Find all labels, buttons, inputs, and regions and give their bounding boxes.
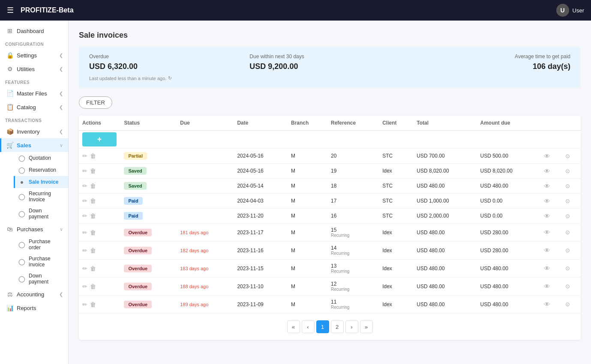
edit-icon[interactable]: ✏ [82, 283, 87, 290]
delete-icon[interactable]: 🗑 [90, 283, 96, 290]
overdue-label: Overdue [89, 54, 249, 60]
sidebar-item-reports[interactable]: 📊 Reports [0, 301, 68, 315]
row-dropdown-icon[interactable]: ⊙ [565, 229, 570, 236]
page-1[interactable]: 1 [316, 320, 329, 333]
edit-icon[interactable]: ✏ [82, 265, 87, 272]
view-icon[interactable]: 👁 [544, 182, 550, 190]
sidebar-item-sales[interactable]: 🛒 Sales ∨ [0, 138, 68, 152]
invoice-total: USD 480.00 [413, 179, 477, 194]
sidebar-item-down-payment-purchases[interactable]: ◯ Down payment [14, 270, 68, 287]
invoice-client: STC [379, 179, 413, 194]
delete-icon[interactable]: 🗑 [90, 247, 96, 254]
add-invoice-button[interactable]: + [82, 132, 117, 146]
row-dropdown-icon[interactable]: ⊙ [565, 153, 570, 159]
invoice-amount-due: USD 280.00 [477, 224, 540, 242]
delete-icon[interactable]: 🗑 [90, 265, 96, 272]
row-dropdown-icon[interactable]: ⊙ [565, 301, 570, 307]
sidebar-item-purchase-invoice[interactable]: ◯ Purchase invoice [14, 253, 68, 270]
view-icon[interactable]: 👁 [544, 301, 550, 308]
sidebar-item-recurring-invoice[interactable]: ◯ Recurring Invoice [14, 188, 68, 205]
invoice-branch: M [288, 179, 327, 194]
refresh-icon[interactable]: ↻ [168, 75, 172, 81]
invoice-client: Idex [379, 277, 413, 295]
sidebar-item-inventory[interactable]: 📦 Inventory ❮ [0, 125, 68, 138]
row-dropdown-icon[interactable]: ⊙ [565, 283, 570, 289]
summary-avg: Average time to get paid 106 day(s) [410, 54, 570, 71]
circle-icon6: ◯ [18, 258, 25, 265]
sidebar-item-sale-invoice[interactable]: ● Sale Invoice [14, 176, 68, 188]
sidebar-item-accounting[interactable]: ⚖ Accounting ❮ [0, 287, 68, 301]
delete-icon[interactable]: 🗑 [90, 212, 96, 219]
delete-icon[interactable]: 🗑 [90, 182, 96, 189]
menu-icon[interactable]: ☰ [7, 6, 14, 15]
sales-icon: 🛒 [6, 142, 13, 149]
sidebar-item-quotation[interactable]: ◯ Quotation [14, 152, 68, 164]
view-icon[interactable]: 👁 [544, 229, 550, 236]
circle-icon7: ◯ [18, 275, 25, 282]
delete-icon[interactable]: 🗑 [90, 167, 96, 174]
page-first[interactable]: « [287, 320, 300, 333]
invoice-total: USD 8,020.00 [413, 164, 477, 179]
main-content: Sale invoices Overdue USD 6,320.00 Last … [69, 21, 591, 364]
page-next[interactable]: › [345, 320, 358, 333]
row-dropdown-icon[interactable]: ⊙ [565, 213, 570, 219]
invoice-reference: 20 [327, 149, 379, 164]
page-prev[interactable]: ‹ [302, 320, 315, 333]
section-transactions: TRANSACTIONS [0, 114, 68, 125]
row-dropdown-icon[interactable]: ⊙ [565, 198, 570, 204]
invoice-total: USD 480.00 [413, 224, 477, 242]
gear-icon: ⚙ [6, 66, 13, 72]
view-icon[interactable]: 👁 [544, 167, 550, 175]
sidebar-item-master-files[interactable]: 📄 Master Files ❮ [0, 87, 68, 100]
edit-icon[interactable]: ✏ [82, 182, 87, 189]
sidebar-item-utilities[interactable]: ⚙ Utilities ❮ [0, 62, 68, 76]
row-dropdown-icon[interactable]: ⊙ [565, 247, 570, 254]
sidebar-item-purchase-order[interactable]: ◯ Purchase order [14, 236, 68, 253]
user-menu[interactable]: U User [556, 4, 584, 17]
sidebar-item-down-payment-sales[interactable]: ◯ Down payment [14, 205, 68, 222]
page-last[interactable]: » [360, 320, 373, 333]
invoice-branch: M [288, 260, 327, 277]
invoice-client: Idex [379, 164, 413, 179]
sidebar-item-purchases[interactable]: 🛍 Purchases ∨ [0, 222, 68, 236]
delete-icon[interactable]: 🗑 [90, 301, 96, 308]
invoice-date: 2023-11-09 [234, 295, 288, 313]
row-actions: ✏ 🗑 [82, 247, 117, 254]
view-icon[interactable]: 👁 [544, 265, 550, 272]
row-dropdown-icon[interactable]: ⊙ [565, 265, 570, 272]
delete-icon[interactable]: 🗑 [90, 152, 96, 159]
status-badge: Overdue [124, 301, 152, 308]
sidebar-item-settings[interactable]: 🔒 Settings ❮ [0, 48, 68, 62]
user-avatar: U [556, 4, 569, 17]
edit-icon[interactable]: ✏ [82, 212, 87, 219]
row-dropdown-icon[interactable]: ⊙ [565, 168, 570, 174]
page-2[interactable]: 2 [331, 320, 344, 333]
edit-icon[interactable]: ✏ [82, 197, 87, 204]
view-icon[interactable]: 👁 [544, 247, 550, 254]
invoice-reference: 16 [327, 209, 379, 224]
col-due: Due [177, 116, 234, 131]
sidebar: ⊞ Dashboard CONFIGURATION 🔒 Settings ❮ ⚙… [0, 21, 69, 364]
edit-icon[interactable]: ✏ [82, 167, 87, 174]
sidebar-item-catalog[interactable]: 📋 Catalog ❮ [0, 100, 68, 114]
invoice-branch: M [288, 295, 327, 313]
invoices-table: Actions Status Due Date Branch Reference… [79, 116, 581, 340]
table-row: ✏ 🗑 Partial2024-05-16M20STCUSD 700.00USD… [79, 149, 581, 164]
row-dropdown-icon[interactable]: ⊙ [565, 183, 570, 189]
view-icon[interactable]: 👁 [544, 212, 550, 220]
view-icon[interactable]: 👁 [544, 197, 550, 205]
sidebar-item-dashboard[interactable]: ⊞ Dashboard [0, 24, 68, 38]
summary-updated: Last updated less than a minute ago. ↻ [89, 75, 249, 81]
invoice-reference: 15Recurring [327, 224, 379, 242]
edit-icon[interactable]: ✏ [82, 229, 87, 236]
view-icon[interactable]: 👁 [544, 283, 550, 290]
delete-icon[interactable]: 🗑 [90, 229, 96, 236]
edit-icon[interactable]: ✏ [82, 152, 87, 159]
dashboard-icon: ⊞ [6, 27, 13, 34]
edit-icon[interactable]: ✏ [82, 301, 87, 308]
edit-icon[interactable]: ✏ [82, 247, 87, 254]
delete-icon[interactable]: 🗑 [90, 197, 96, 204]
view-icon[interactable]: 👁 [544, 152, 550, 160]
sidebar-item-reservation[interactable]: ◯ Reservation [14, 164, 68, 176]
filter-button[interactable]: FILTER [79, 96, 112, 109]
